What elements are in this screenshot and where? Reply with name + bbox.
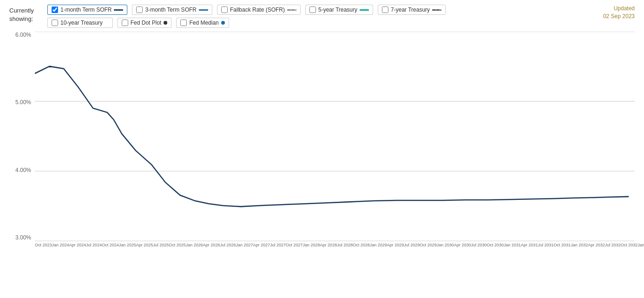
x-label: Apr 2027 <box>253 241 270 247</box>
x-label: Oct 2028 <box>353 241 370 247</box>
x-label: Oct 2029 <box>420 241 437 247</box>
x-label: Jul 2031 <box>538 241 554 247</box>
checkbox-treasury5[interactable] <box>309 7 316 13</box>
y-label-6: 6.00% <box>9 32 35 38</box>
x-label: Apr 2029 <box>387 241 404 247</box>
x-label: Jul 2029 <box>404 241 420 247</box>
main-container: Currentlyshowing: 1-month Term SOFR3-mon… <box>0 0 644 298</box>
x-label: Oct 2023 <box>35 241 52 247</box>
y-label-4: 4.00% <box>9 167 35 173</box>
legend-dash-fallback <box>287 9 296 11</box>
legend-dash-sofr3 <box>199 9 208 11</box>
checkbox-fedmedian[interactable] <box>180 20 187 26</box>
header-row: Currentlyshowing: 1-month Term SOFR3-mon… <box>9 5 635 28</box>
x-label: Oct 2031 <box>554 241 571 247</box>
x-label: Jul 2028 <box>337 241 353 247</box>
y-axis: 6.00% 5.00% 4.00% 3.00% <box>9 32 35 259</box>
x-label: Jan 2029 <box>370 241 387 247</box>
legend-dot-fedmedian <box>221 21 225 25</box>
x-label: Jan 2027 <box>236 241 253 247</box>
legend-dash-treasury7 <box>432 9 441 11</box>
chart-inner: Oct 2023Jan 2024Apr 2024Jul 2024Oct 2024… <box>35 32 635 259</box>
x-label: Jan 2030 <box>437 241 454 247</box>
legend-label-fedmedian: Fed Median <box>189 20 218 26</box>
legend-item-fallback[interactable]: Fallback Rate (SOFR) <box>217 5 301 15</box>
x-label: Jan 2026 <box>186 241 203 247</box>
x-label: Apr 2030 <box>454 241 471 247</box>
currently-showing-label: Currentlyshowing: <box>9 5 42 23</box>
x-label: Apr 2031 <box>521 241 538 247</box>
legend-item-fedplot[interactable]: Fed Dot Plot <box>118 18 172 28</box>
legend-label-fallback: Fallback Rate (SOFR) <box>230 7 285 13</box>
legend-item-treasury7[interactable]: 7-year Treasury <box>378 5 446 15</box>
x-label: Oct 2024 <box>102 241 119 247</box>
checkbox-treasury10[interactable] <box>52 20 58 26</box>
y-label-5: 5.00% <box>9 99 35 106</box>
sofr1-line <box>35 66 629 207</box>
legend-area: 1-month Term SOFR3-month Term SOFRFallba… <box>47 5 584 28</box>
x-label: Jan 2024 <box>52 241 69 247</box>
legend-row-2: 10-year TreasuryFed Dot PlotFed Median <box>47 18 584 28</box>
legend-label-fedplot: Fed Dot Plot <box>131 20 162 26</box>
x-label: Oct 2032 <box>621 241 638 247</box>
x-label: Oct 2027 <box>286 241 303 247</box>
legend-dash-sofr1 <box>114 9 123 11</box>
legend-label-sofr1: 1-month Term SOFR <box>60 7 112 13</box>
x-label: Oct 2025 <box>169 241 186 247</box>
legend-dot-treasury10 <box>105 21 109 25</box>
legend-item-treasury10[interactable]: 10-year Treasury <box>47 18 113 28</box>
legend-row-1: 1-month Term SOFR3-month Term SOFRFallba… <box>47 5 584 15</box>
legend-item-treasury5[interactable]: 5-year Treasury <box>305 5 373 15</box>
legend-dot-fedplot <box>164 21 167 25</box>
legend-item-fedmedian[interactable]: Fed Median <box>176 18 229 28</box>
x-label: Jan 2032 <box>571 241 588 247</box>
checkbox-sofr1[interactable] <box>52 7 58 13</box>
x-label: Jul 2025 <box>153 241 169 247</box>
legend-label-treasury10: 10-year Treasury <box>60 20 103 26</box>
legend-label-treasury5: 5-year Treasury <box>318 7 357 13</box>
main-chart-svg <box>35 32 635 241</box>
x-label: Jan 2028 <box>303 241 320 247</box>
legend-dash-treasury5 <box>360 9 369 11</box>
x-label: Apr 2025 <box>136 241 153 247</box>
chart-area: 6.00% 5.00% 4.00% 3.00% <box>9 32 635 259</box>
x-label: Apr 2024 <box>69 241 86 247</box>
x-label: Jul 2026 <box>220 241 236 247</box>
x-label: Jul 2032 <box>605 241 621 247</box>
x-label: Jan 2025 <box>119 241 136 247</box>
legend-item-sofr1[interactable]: 1-month Term SOFR <box>47 5 127 15</box>
x-label: Jan 2033 <box>637 241 644 247</box>
x-label: Apr 2026 <box>203 241 220 247</box>
x-label: Oct 2030 <box>486 241 504 247</box>
legend-label-sofr3: 3-month Term SOFR <box>145 7 196 13</box>
x-label: Jul 2024 <box>86 241 102 247</box>
updated-label: Updated02 Sep 2023 <box>584 5 635 20</box>
checkbox-fallback[interactable] <box>221 7 228 13</box>
x-axis: Oct 2023Jan 2024Apr 2024Jul 2024Oct 2024… <box>35 241 635 259</box>
legend-label-treasury7: 7-year Treasury <box>391 7 430 13</box>
x-label: Apr 2028 <box>320 241 337 247</box>
checkbox-treasury7[interactable] <box>382 7 388 13</box>
x-label: Apr 2032 <box>588 241 605 247</box>
legend-item-sofr3[interactable]: 3-month Term SOFR <box>132 5 212 15</box>
y-label-3: 3.00% <box>9 234 35 241</box>
checkbox-sofr3[interactable] <box>136 7 143 13</box>
x-label: Jul 2027 <box>270 241 286 247</box>
x-label: Jul 2030 <box>471 241 486 247</box>
x-label: Jan 2031 <box>504 241 521 247</box>
checkbox-fedplot[interactable] <box>122 20 128 26</box>
